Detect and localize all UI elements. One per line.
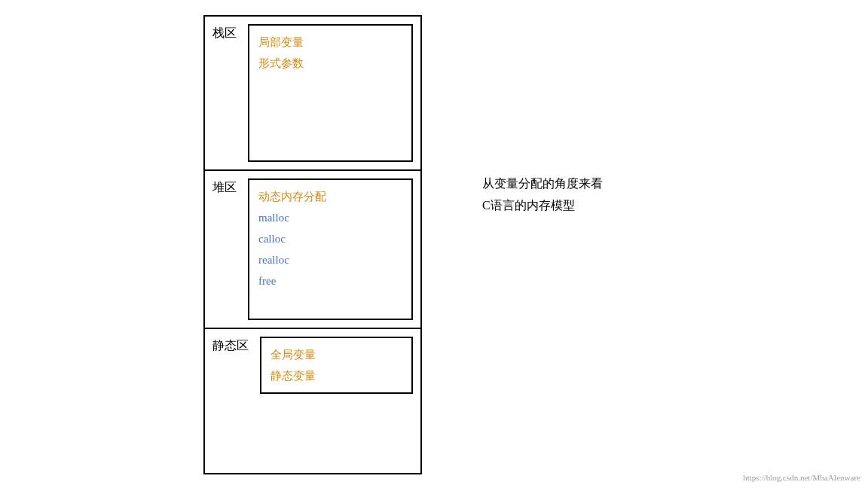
- heap-inner-box: 动态内存分配 malloc calloc realloc free: [248, 178, 413, 320]
- static-label: 静态区: [205, 329, 256, 363]
- stack-inner-box: 局部变量 形式参数: [248, 24, 413, 162]
- static-item-1: 静态变量: [270, 367, 402, 385]
- side-description: 从变量分配的角度来看 C语言的内存模型: [482, 173, 603, 217]
- watermark: https://blog.csdn.net/MbaAIenware: [743, 473, 860, 482]
- description-line2: C语言的内存模型: [482, 195, 603, 217]
- stack-label: 栈区: [205, 17, 244, 50]
- heap-item-2: calloc: [258, 230, 402, 248]
- heap-label: 堆区: [205, 171, 244, 205]
- memory-diagram: 栈区 局部变量 形式参数 堆区 动态内存分配 malloc calloc rea…: [203, 15, 422, 474]
- static-section: 静态区 全局变量 静态变量: [205, 329, 420, 473]
- heap-item-4: free: [258, 272, 402, 290]
- static-inner-box: 全局变量 静态变量: [260, 337, 413, 394]
- description-line1: 从变量分配的角度来看: [482, 173, 603, 195]
- stack-item-1: 形式参数: [258, 54, 402, 72]
- stack-item-0: 局部变量: [258, 33, 402, 51]
- heap-item-1: malloc: [258, 209, 402, 227]
- heap-section: 堆区 动态内存分配 malloc calloc realloc free: [205, 171, 420, 329]
- static-item-0: 全局变量: [270, 346, 402, 364]
- heap-item-0: 动态内存分配: [258, 188, 402, 206]
- stack-section: 栈区 局部变量 形式参数: [205, 17, 420, 171]
- heap-item-3: realloc: [258, 251, 402, 269]
